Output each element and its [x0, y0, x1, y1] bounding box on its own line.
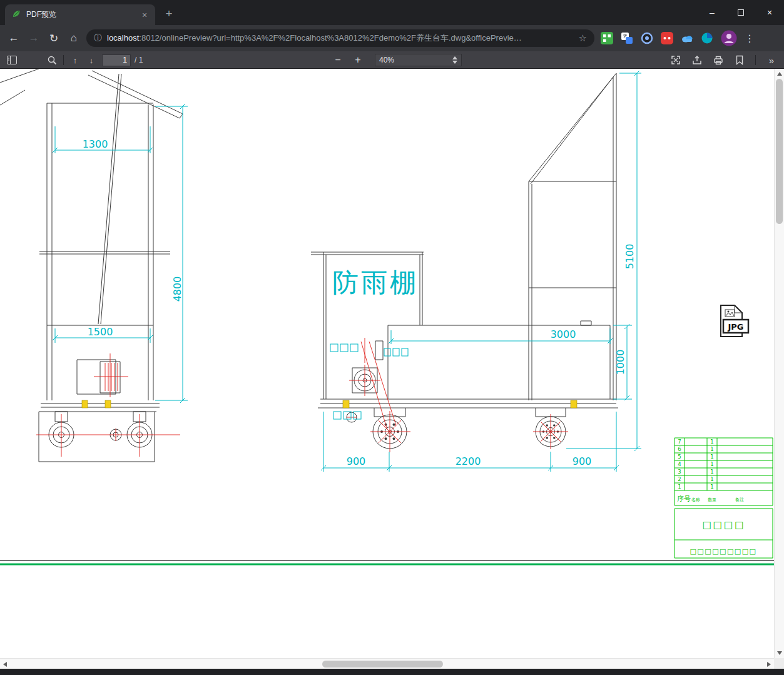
title-block-header-note: 备注: [735, 497, 744, 502]
tab-close-icon[interactable]: ×: [139, 9, 150, 21]
horizontal-scrollbar[interactable]: [0, 658, 774, 669]
select-spinner-icon: [452, 56, 457, 64]
row-qty: 1: [710, 484, 713, 490]
cad-drawing: 1300 4800 1500 3000 1000 5100 900 2200 9…: [0, 69, 774, 658]
title-block-table: 7 6 5 4 3 2 1 1 1 1 1 1 1 1 序号 名称 数量: [675, 438, 773, 558]
title-block-header-no: 序号: [677, 495, 691, 503]
dimension-label-2200: 2200: [456, 455, 481, 467]
home-button[interactable]: ⌂: [65, 29, 83, 47]
browser-tab[interactable]: PDF预览 ×: [5, 4, 155, 25]
url-bar[interactable]: ⓘ localhost:8012/onlinePreview?url=http%…: [86, 29, 594, 47]
scroll-down-arrow[interactable]: [775, 648, 784, 658]
pdf-toolbar-left: ↑ ↓ / 1: [0, 51, 143, 69]
scroll-up-arrow[interactable]: [775, 69, 784, 79]
dimension-label-3000: 3000: [551, 328, 576, 340]
extension-icon-cloud[interactable]: [680, 31, 694, 45]
zoom-out-button[interactable]: −: [330, 53, 346, 68]
page-count-label: / 1: [135, 56, 143, 64]
minimize-button[interactable]: –: [698, 0, 726, 25]
dimension-label-1000: 1000: [614, 350, 626, 375]
horizontal-scrollbar-thumb[interactable]: [322, 661, 443, 667]
new-tab-button[interactable]: +: [161, 6, 176, 21]
row-number: 7: [678, 439, 681, 445]
presentation-mode-button[interactable]: [667, 53, 685, 68]
next-page-button[interactable]: ↓: [83, 53, 99, 68]
side-elevation-view: [311, 73, 618, 449]
row-number: 3: [678, 469, 681, 475]
browser-window: PDF预览 × + – × ← → ↻ ⌂ ⓘ localhost:8012/o…: [0, 0, 784, 675]
bookmark-button[interactable]: [731, 53, 748, 68]
reload-button[interactable]: ↻: [45, 29, 63, 47]
title-block-title-text: □□□□: [703, 519, 746, 530]
title-block-header-name: 名称: [691, 497, 700, 502]
url-host: localhost: [107, 33, 139, 43]
url-text: localhost:8012/onlinePreview?url=http%3A…: [107, 33, 574, 44]
pdf-toolbar: ↑ ↓ / 1 − + 40%: [0, 51, 784, 69]
more-tools-button[interactable]: »: [763, 53, 780, 68]
window-controls: – ×: [698, 0, 784, 25]
canopy-label-text: 防雨棚: [332, 267, 419, 298]
jpg-file-icon: JPG: [721, 305, 748, 337]
title-bar: PDF预览 × + – ×: [0, 0, 784, 25]
row-number: 4: [678, 461, 681, 467]
tab-title: PDF预览: [26, 9, 134, 20]
maximize-icon: [738, 9, 744, 16]
title-block-rows: 7 6 5 4 3 2 1 1 1 1 1 1 1 1: [678, 439, 713, 490]
print-button[interactable]: [710, 53, 727, 68]
back-button[interactable]: ←: [5, 29, 23, 47]
browser-menu-icon[interactable]: ⋮: [742, 33, 757, 44]
scrollbar-corner: [774, 658, 784, 669]
row-qty: 1: [710, 454, 713, 460]
pdf-toolbar-right: »: [667, 51, 780, 69]
forward-button[interactable]: →: [25, 29, 43, 47]
previous-page-button[interactable]: ↑: [67, 53, 83, 68]
highlight-marks: [82, 400, 577, 408]
dimension-label-4800: 4800: [171, 277, 183, 302]
extension-icon-teal[interactable]: [700, 31, 714, 45]
row-number: 5: [678, 454, 681, 460]
row-qty: 1: [710, 446, 713, 452]
row-number: 1: [678, 484, 681, 490]
scroll-right-arrow[interactable]: [764, 659, 774, 669]
jpg-icon-label: JPG: [727, 322, 743, 332]
extension-icon-blue-ring[interactable]: [640, 31, 654, 45]
profile-avatar[interactable]: [721, 30, 737, 46]
row-qty: 1: [710, 439, 713, 445]
row-qty: 1: [710, 461, 713, 467]
title-block-footer-text: □□□□□□□□□: [690, 547, 756, 556]
centerlines: [36, 338, 568, 457]
zoom-level-value: 40%: [379, 56, 452, 64]
search-button[interactable]: [44, 53, 60, 68]
nav-toolbar: ← → ↻ ⌂ ⓘ localhost:8012/onlinePreview?u…: [0, 25, 784, 51]
url-rest: :8012/onlinePreview?url=http%3A%2F%2Floc…: [139, 33, 521, 43]
toolbar-separator: [755, 55, 756, 65]
sheet-border-lines: [0, 561, 774, 564]
toolbar-separator: [63, 55, 64, 65]
tab-favicon-leaf-icon: [11, 9, 21, 21]
sidebar-toggle-button[interactable]: [4, 53, 20, 68]
zoom-in-button[interactable]: +: [350, 53, 366, 68]
zoom-level-select[interactable]: 40%: [375, 54, 462, 66]
page-number-input[interactable]: [102, 54, 131, 66]
maximize-button[interactable]: [726, 0, 755, 25]
scroll-left-arrow[interactable]: [0, 659, 10, 669]
pdf-toolbar-center: − + 40%: [330, 51, 462, 69]
dimension-label-1300: 1300: [83, 138, 108, 150]
left-elevation-view: [0, 69, 183, 462]
vertical-scrollbar-thumb[interactable]: [776, 79, 783, 224]
bookmark-star-icon[interactable]: ☆: [579, 33, 587, 44]
row-qty: 1: [710, 469, 713, 475]
extension-icon-green[interactable]: [600, 31, 614, 45]
dimension-label-900-right: 900: [573, 455, 592, 467]
dimension-label-5100: 5100: [624, 244, 636, 270]
title-block-header-qty: 数量: [708, 497, 716, 502]
row-qty: 1: [710, 476, 713, 482]
extension-icon-translate[interactable]: [620, 31, 634, 45]
vertical-scrollbar[interactable]: [774, 69, 784, 658]
close-window-button[interactable]: ×: [755, 0, 784, 25]
open-file-button[interactable]: [688, 53, 706, 68]
page-info-icon[interactable]: ⓘ: [94, 33, 102, 44]
dimension-labels: 1300 4800 1500 3000 1000 5100 900 2200 9…: [83, 138, 636, 467]
dimension-label-900-left: 900: [347, 455, 366, 467]
extension-icon-red[interactable]: [660, 31, 674, 45]
